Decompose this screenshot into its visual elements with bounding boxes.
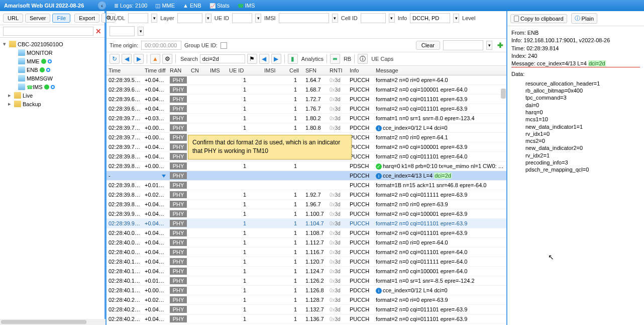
msg-line: Message: cce_index=4/13 L=4 dci=2d <box>511 60 640 67</box>
tree-live[interactable]: ▸Live <box>1 91 103 100</box>
file-button[interactable]: File <box>52 14 70 23</box>
search-back-icon[interactable]: ◀ <box>259 54 269 64</box>
uldl-select[interactable] <box>128 13 148 23</box>
back-icon[interactable]: ◀ <box>122 54 132 64</box>
table-row[interactable]: 02:28:40.046+0.040PHY111.112.70x3dPUCCHf… <box>106 238 506 248</box>
warn-icon[interactable]: ▲ <box>150 54 160 64</box>
tree-backup[interactable]: ▸Backup <box>1 100 103 108</box>
tree-root[interactable]: ▾CBC-202105010O <box>1 40 103 48</box>
rb-icon[interactable]: ⬌ <box>330 54 340 64</box>
clear-search-icon[interactable]: ✕ <box>95 27 101 35</box>
sidebar-scrollbar[interactable] <box>0 319 105 325</box>
plain-button[interactable]: ⓘPlain <box>571 13 597 24</box>
tab-ims[interactable]: IMS <box>234 2 259 10</box>
tab-stats[interactable]: Stats <box>205 2 234 10</box>
info-select[interactable] <box>410 13 450 23</box>
status-dot-blue <box>48 59 52 63</box>
table-row[interactable]: 02:28:40.086+0.040PHY111.116.70x3dPUCCHf… <box>106 248 506 257</box>
tree-item[interactable]: ENB <box>1 65 103 74</box>
table-row[interactable]: 02:28:39.814+0.008PHY11PDSCH✓harq=0 k1=8… <box>106 161 506 171</box>
time-bar: Time origin: Group UE ID: Clear ▾ ✚ <box>106 39 506 52</box>
uecaps-icon[interactable]: ⓘ <box>358 54 368 64</box>
col-header[interactable]: IMSI <box>262 66 287 75</box>
tree-item[interactable]: MONITOR <box>1 48 103 57</box>
file-icon <box>18 58 25 64</box>
chart-icon[interactable]: ▮ <box>288 54 298 64</box>
layer-select[interactable] <box>177 13 202 23</box>
col-header[interactable]: Time diff <box>143 66 168 75</box>
table-row[interactable]: 02:28:39.606+0.040PHY111.68.70x3dPUCCHfo… <box>106 85 506 95</box>
tree-item[interactable]: IMS <box>1 83 103 91</box>
col-header[interactable]: IMS <box>208 66 227 75</box>
table-row[interactable]: 02:28:40.181+0.015PHY111.126.20x3dPUCCHf… <box>106 276 506 286</box>
url-button[interactable]: URL <box>3 14 23 23</box>
status-dot-green <box>41 59 46 64</box>
level-select[interactable] <box>110 26 135 36</box>
table-row[interactable]: 02:28:39.646+0.040PHY111.72.70x3dPUCCHfo… <box>106 95 506 104</box>
tree-item[interactable]: MBMSGW <box>1 74 103 83</box>
table-row[interactable]: 02:28:40.183+0.002PHY111.126.80x3dPDCCHi… <box>106 286 506 295</box>
col-header[interactable]: Time <box>106 66 143 75</box>
table-scrollbar[interactable] <box>501 89 506 99</box>
preset-select[interactable] <box>443 40 483 50</box>
detail-kv: precoding_info=3 <box>525 159 640 166</box>
table-row[interactable]: 02:28:40.126+0.040PHY111.120.70x3dPUCCHf… <box>106 257 506 267</box>
table-row[interactable]: 02:28:39.926+0.040PHY111.100.70x3dPUCCHf… <box>106 209 506 219</box>
cellid-select[interactable] <box>361 13 386 23</box>
detail-kv: rv_idx2=1 <box>525 152 640 159</box>
table-row[interactable]: 02:28:39.846+0.020PHY111.92.70x3dPUCCHfo… <box>106 190 506 200</box>
tab-mme[interactable]: MME <box>151 2 179 10</box>
table-row[interactable]: 02:28:39.686+0.040PHY111.76.70x3dPUCCHfo… <box>106 104 506 114</box>
folder-icon <box>9 41 16 47</box>
table-row[interactable]: 02:28:40.286+0.040PHY111.136.70x3dPUCCHf… <box>106 314 506 324</box>
time-line: Time: 02:28:39.814 <box>511 45 640 52</box>
imsi-select[interactable] <box>279 13 329 23</box>
col-header[interactable]: RAN <box>168 66 189 75</box>
search-fwd-icon[interactable]: ▶ <box>271 54 281 64</box>
file-icon <box>18 66 25 73</box>
group-ueid-checkbox[interactable] <box>221 42 227 49</box>
table-row[interactable]: 02:28:39.723+0.002PHY111.80.80x3dPDCCHic… <box>106 123 506 133</box>
col-header[interactable]: Info <box>348 66 374 75</box>
info-icon: i <box>376 125 382 131</box>
ueid-select[interactable] <box>232 13 252 23</box>
cog-icon[interactable]: ⚙ <box>162 54 172 64</box>
table-row[interactable]: 02:28:39.966+0.040PHY111.104.70x3dPUCCHf… <box>106 219 506 228</box>
table-row[interactable]: 02:28:39.886+0.040PHY111.96.70x3dPUCCHfo… <box>106 200 506 209</box>
table-row[interactable]: 02:28:40.206+0.023PHY111.128.70x3dPUCCHf… <box>106 295 506 305</box>
add-icon[interactable]: ✚ <box>497 41 503 49</box>
col-header[interactable]: CN <box>189 66 208 75</box>
col-header[interactable]: Cell <box>287 66 303 75</box>
clear-button[interactable]: Clear <box>416 41 440 50</box>
table-row[interactable]: 02:28:40.006+0.040PHY111.108.70x3dPUCCHf… <box>106 228 506 238</box>
status-dot-green <box>44 85 49 90</box>
server-button[interactable]: Server <box>25 14 50 23</box>
refresh-icon[interactable]: ↻ <box>110 54 120 64</box>
sidebar: URL Server File Export ⚙ ✕ ▾CBC-20210501… <box>0 11 105 325</box>
tab-logs[interactable]: Logs: 2100 <box>110 2 151 10</box>
status-dot-green <box>40 67 45 72</box>
tree-search-input[interactable] <box>3 27 93 36</box>
table-row[interactable]: 02:28:40.246+0.040PHY111.132.70x3dPUCCHf… <box>106 305 506 314</box>
col-header[interactable]: RNTI <box>328 66 348 75</box>
fwd-icon[interactable]: ▶ <box>134 54 144 64</box>
from-line: From: ENB <box>511 29 640 36</box>
search-input[interactable] <box>200 54 245 63</box>
col-header[interactable]: SFN <box>303 66 328 75</box>
logs-icon <box>114 3 119 9</box>
table-row[interactable]: 02:28:39.721+0.035PHY111.80.20x3dPUCCHfo… <box>106 114 506 123</box>
col-header[interactable]: Message <box>374 66 506 75</box>
tab-enb[interactable]: ENB <box>179 2 205 10</box>
table-row[interactable]: 02:28:40.166+0.040PHY111.124.70x3dPUCCHf… <box>106 267 506 276</box>
folder-icon <box>14 92 21 99</box>
table-row[interactable]: -PHYPDCCHicce_index=4/13 L=4 dci=2d <box>106 171 506 181</box>
export-button[interactable]: Export <box>74 14 99 23</box>
copy-button[interactable]: Copy to clipboard <box>510 14 567 23</box>
tree-item[interactable]: MME <box>1 57 103 65</box>
col-header[interactable]: UE ID <box>227 66 262 75</box>
collapse-sidebar-icon[interactable]: ‹ <box>98 2 106 10</box>
time-origin-input[interactable] <box>141 41 181 50</box>
flag-icon[interactable]: ⚑ <box>247 54 257 64</box>
table-row[interactable]: 02:28:39.566+0.040PHY111.64.70x3dPUCCHfo… <box>106 75 506 85</box>
table-row[interactable]: 02:28:39.826+0.012PHYPUCCHformat=1B n=15… <box>106 181 506 190</box>
